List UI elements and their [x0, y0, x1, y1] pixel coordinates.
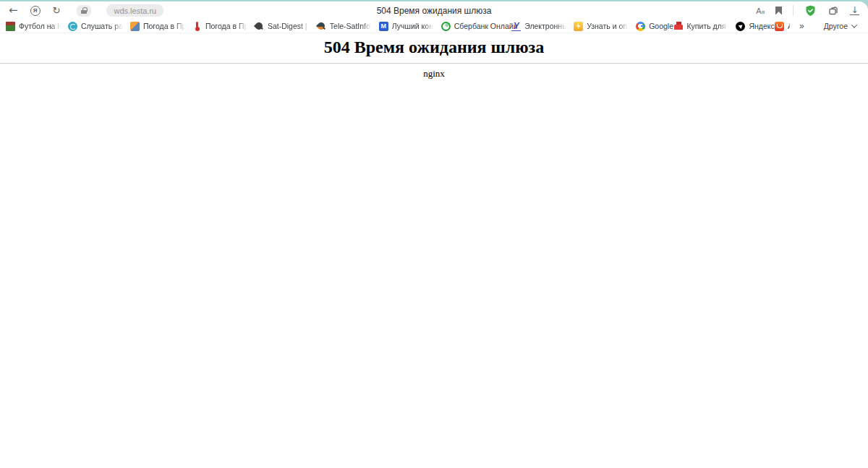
bookmark-label: Google	[649, 22, 673, 30]
signature-letter: У	[514, 22, 519, 30]
sberbank-favicon	[441, 22, 451, 31]
yandex-favicon	[736, 22, 745, 31]
toolbar-actions: Aя ↓	[756, 4, 859, 17]
thermometer-favicon	[192, 22, 202, 31]
google-favicon	[636, 22, 645, 31]
bookmark-label: Слушать радио Д	[81, 22, 124, 30]
browser-toolbar: ← Я ↻ wds.lesta.ru 504 Время ожидания шл…	[0, 1, 868, 20]
address-bar[interactable]: wds.lesta.ru	[106, 4, 163, 17]
weather-favicon	[130, 22, 140, 31]
bookmark-item[interactable]: Яндекс	[736, 22, 768, 31]
bookmarks-overflow-chevron[interactable]: »	[796, 21, 807, 31]
bookmark-label: Футбол на Кулич	[19, 22, 61, 30]
telesat-favicon	[317, 22, 326, 31]
radio-favicon	[68, 22, 77, 31]
bookmark-item[interactable]: Сбербанк Онлайн	[441, 22, 505, 31]
translate-letter-a: A	[756, 7, 761, 15]
download-arrow: ↓	[851, 7, 858, 14]
mail-m-favicon: M	[379, 22, 388, 31]
football-favicon	[6, 22, 15, 31]
satellite-favicon	[255, 22, 264, 31]
collections-icon[interactable]	[827, 5, 839, 17]
bookmark-item[interactable]: Купить для Canon	[674, 22, 730, 31]
error-heading: 504 Время ожидания шлюза	[0, 38, 868, 57]
protect-shield-icon[interactable]	[804, 4, 817, 17]
bookmark-label: Сбербанк Онлайн	[454, 22, 518, 30]
translate-letter-ya: я	[762, 9, 765, 15]
bookmark-item[interactable]: У Электронный кам	[511, 22, 567, 31]
yandex-browser-icon[interactable]: Я	[30, 6, 41, 16]
page-title: 504 Время ожидания шлюза	[377, 6, 492, 16]
bookmark-item[interactable]: Слушать радио Д	[68, 22, 124, 31]
bookmarks-other-label: Другое	[824, 22, 848, 30]
bookmark-label: Sat-Digest | Ежед	[268, 22, 310, 30]
bookmark-item[interactable]: Google	[636, 22, 667, 31]
back-icon[interactable]: ←	[9, 5, 18, 16]
horizontal-rule	[0, 63, 868, 64]
browser-window: ← Я ↻ wds.lesta.ru 504 Время ожидания шл…	[0, 1, 868, 468]
server-signature: nginx	[0, 68, 868, 80]
toolbar-divider	[793, 5, 793, 16]
chevron-down-icon	[851, 22, 857, 27]
bookmark-label: Яндекс	[749, 22, 774, 30]
bookmark-item[interactable]: Tele-SatInfo.RU ::	[317, 22, 373, 31]
bookmark-label: Купить для Canon	[687, 22, 730, 30]
printer-favicon	[674, 22, 684, 31]
bookmark-item[interactable]: Узнать и оплатить	[574, 22, 629, 31]
page-content: 504 Время ожидания шлюза nginx	[0, 38, 868, 80]
bookmark-label: Погода в Привол	[205, 22, 248, 30]
bookmark-flag-icon[interactable]	[775, 7, 782, 15]
bookmark-label: Узнать и оплатить	[587, 22, 629, 30]
download-icon[interactable]: ↓	[850, 7, 859, 15]
bookmark-item[interactable]: А	[775, 22, 790, 31]
bookmark-item[interactable]: M Лучший контент	[379, 22, 435, 31]
lock-icon	[81, 7, 87, 14]
translate-icon[interactable]: Aя	[756, 7, 765, 15]
aliexpress-favicon	[775, 22, 784, 31]
payment-favicon	[574, 22, 583, 31]
bookmarks-bar: Футбол на Кулич Слушать радио Д Погода в…	[0, 20, 868, 33]
bookmarks-other-menu[interactable]: Другое	[824, 22, 856, 30]
bookmark-item[interactable]: Sat-Digest | Ежед	[255, 22, 310, 31]
bookmark-item[interactable]: Погода в Привол	[130, 22, 186, 31]
bookmark-label: Tele-SatInfo.RU ::	[330, 22, 373, 30]
site-security-badge[interactable]	[77, 5, 91, 17]
mail-m-letter: M	[381, 22, 387, 30]
refresh-icon[interactable]: ↻	[53, 6, 61, 15]
bookmark-label: Лучший контент	[392, 22, 435, 30]
bookmark-label: Погода в Привол	[143, 22, 186, 30]
bookmark-item[interactable]: Погода в Привол	[192, 22, 248, 31]
nav-controls: ← Я ↻ wds.lesta.ru	[9, 4, 163, 17]
signature-favicon: У	[511, 22, 521, 31]
bookmark-item[interactable]: Футбол на Кулич	[6, 22, 61, 31]
bookmark-label: Электронный кам	[524, 22, 567, 30]
bookmark-label: А	[788, 22, 790, 30]
